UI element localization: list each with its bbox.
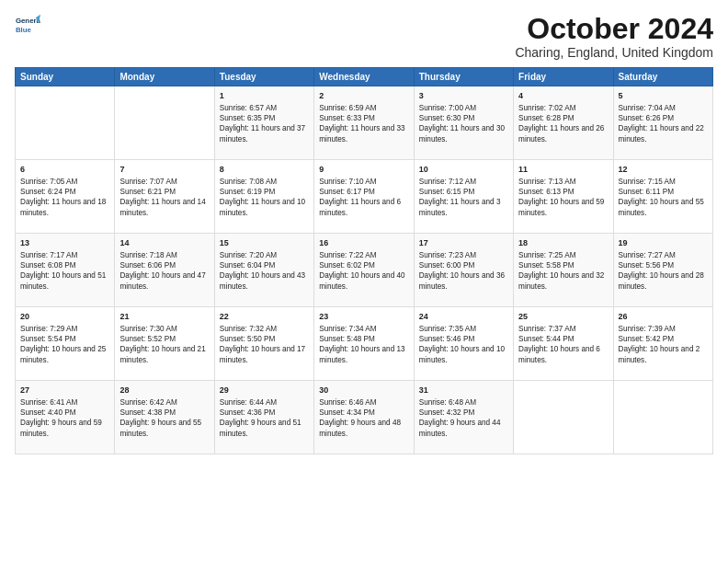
calendar-cell: 30Sunrise: 6:46 AMSunset: 4:34 PMDayligh… xyxy=(314,381,414,454)
sunset: Sunset: 6:15 PM xyxy=(419,188,475,196)
sunset: Sunset: 6:19 PM xyxy=(220,188,276,196)
day-number: 27 xyxy=(20,385,109,396)
sunrise: Sunrise: 7:18 AM xyxy=(119,251,176,259)
sunset: Sunset: 5:42 PM xyxy=(619,335,675,343)
logo-icon: General Blue xyxy=(15,13,40,39)
day-number: 9 xyxy=(319,164,408,175)
day-number: 18 xyxy=(518,237,608,248)
sunset: Sunset: 5:46 PM xyxy=(419,335,475,343)
calendar-cell: 23Sunrise: 7:34 AMSunset: 5:48 PMDayligh… xyxy=(314,307,414,381)
calendar-cell: 21Sunrise: 7:30 AMSunset: 5:52 PMDayligh… xyxy=(115,307,214,381)
sunrise: Sunrise: 7:20 AM xyxy=(220,251,277,259)
daylight: Daylight: 10 hours and 10 minutes. xyxy=(419,345,505,363)
day-number: 10 xyxy=(419,164,508,175)
sunset: Sunset: 6:24 PM xyxy=(20,188,76,196)
calendar-cell: 16Sunrise: 7:22 AMSunset: 6:02 PMDayligh… xyxy=(314,234,414,307)
daylight: Daylight: 9 hours and 55 minutes. xyxy=(119,419,201,437)
daylight: Daylight: 10 hours and 17 minutes. xyxy=(220,345,305,363)
day-number: 12 xyxy=(619,164,708,175)
header: General Blue October 2024 Charing, Engla… xyxy=(15,13,713,60)
day-number: 8 xyxy=(220,164,309,175)
calendar-cell: 15Sunrise: 7:20 AMSunset: 6:04 PMDayligh… xyxy=(214,234,313,307)
day-number: 29 xyxy=(220,385,309,396)
sunrise: Sunrise: 6:44 AM xyxy=(220,398,277,407)
day-number: 1 xyxy=(220,90,309,101)
week-row-2: 6Sunrise: 7:05 AMSunset: 6:24 PMDaylight… xyxy=(16,160,713,234)
col-saturday: Saturday xyxy=(613,68,712,86)
logo: General Blue xyxy=(15,13,40,39)
calendar-cell: 20Sunrise: 7:29 AMSunset: 5:54 PMDayligh… xyxy=(16,307,115,381)
sunset: Sunset: 6:35 PM xyxy=(220,114,276,122)
week-row-5: 27Sunrise: 6:41 AMSunset: 4:40 PMDayligh… xyxy=(16,381,713,454)
sunset: Sunset: 5:48 PM xyxy=(319,335,375,343)
sunrise: Sunrise: 6:48 AM xyxy=(419,398,476,407)
daylight: Daylight: 10 hours and 6 minutes. xyxy=(518,345,600,363)
calendar-cell xyxy=(16,86,115,160)
sunrise: Sunrise: 6:57 AM xyxy=(220,104,277,112)
daylight: Daylight: 9 hours and 51 minutes. xyxy=(220,419,301,437)
calendar-table: Sunday Monday Tuesday Wednesday Thursday… xyxy=(15,67,713,454)
day-number: 30 xyxy=(319,385,408,396)
calendar-cell: 22Sunrise: 7:32 AMSunset: 5:50 PMDayligh… xyxy=(214,307,313,381)
week-row-3: 13Sunrise: 7:17 AMSunset: 6:08 PMDayligh… xyxy=(16,234,713,307)
day-number: 7 xyxy=(119,164,209,175)
daylight: Daylight: 10 hours and 21 minutes. xyxy=(119,345,205,363)
calendar-cell: 19Sunrise: 7:27 AMSunset: 5:56 PMDayligh… xyxy=(613,234,712,307)
daylight: Daylight: 9 hours and 44 minutes. xyxy=(419,419,501,437)
day-number: 17 xyxy=(419,237,508,248)
day-number: 6 xyxy=(20,164,109,175)
sunrise: Sunrise: 6:59 AM xyxy=(319,104,376,112)
calendar-cell: 9Sunrise: 7:10 AMSunset: 6:17 PMDaylight… xyxy=(314,160,414,234)
sunset: Sunset: 6:17 PM xyxy=(319,188,375,196)
calendar-cell: 14Sunrise: 7:18 AMSunset: 6:06 PMDayligh… xyxy=(115,234,214,307)
sunset: Sunset: 5:58 PM xyxy=(518,261,574,270)
daylight: Daylight: 10 hours and 59 minutes. xyxy=(518,198,604,216)
day-number: 22 xyxy=(220,311,309,322)
daylight: Daylight: 11 hours and 10 minutes. xyxy=(220,198,305,216)
sunrise: Sunrise: 6:46 AM xyxy=(319,398,376,407)
sunrise: Sunrise: 7:39 AM xyxy=(619,325,676,333)
sunrise: Sunrise: 7:12 AM xyxy=(419,178,476,186)
daylight: Daylight: 10 hours and 47 minutes. xyxy=(119,271,205,290)
sunrise: Sunrise: 7:32 AM xyxy=(220,325,277,333)
calendar-cell: 8Sunrise: 7:08 AMSunset: 6:19 PMDaylight… xyxy=(214,160,313,234)
daylight: Daylight: 11 hours and 37 minutes. xyxy=(220,124,305,143)
sunrise: Sunrise: 7:35 AM xyxy=(419,325,476,333)
title-section: October 2024 Charing, England, United Ki… xyxy=(515,13,713,60)
daylight: Daylight: 10 hours and 28 minutes. xyxy=(619,271,704,290)
calendar-cell: 29Sunrise: 6:44 AMSunset: 4:36 PMDayligh… xyxy=(214,381,313,454)
calendar-cell: 28Sunrise: 6:42 AMSunset: 4:38 PMDayligh… xyxy=(115,381,214,454)
sunset: Sunset: 6:26 PM xyxy=(619,114,675,122)
sunrise: Sunrise: 6:42 AM xyxy=(119,398,176,407)
sunrise: Sunrise: 7:17 AM xyxy=(20,251,77,259)
col-monday: Monday xyxy=(115,68,214,86)
sunset: Sunset: 5:54 PM xyxy=(20,335,76,343)
sunrise: Sunrise: 7:37 AM xyxy=(518,325,575,333)
calendar-cell: 1Sunrise: 6:57 AMSunset: 6:35 PMDaylight… xyxy=(214,86,313,160)
day-number: 15 xyxy=(220,237,309,248)
daylight: Daylight: 10 hours and 36 minutes. xyxy=(419,271,505,290)
week-row-4: 20Sunrise: 7:29 AMSunset: 5:54 PMDayligh… xyxy=(16,307,713,381)
page: General Blue October 2024 Charing, Engla… xyxy=(0,0,728,563)
calendar-cell: 4Sunrise: 7:02 AMSunset: 6:28 PMDaylight… xyxy=(514,86,613,160)
sunset: Sunset: 5:56 PM xyxy=(619,261,675,270)
calendar-cell: 26Sunrise: 7:39 AMSunset: 5:42 PMDayligh… xyxy=(613,307,712,381)
calendar-cell: 24Sunrise: 7:35 AMSunset: 5:46 PMDayligh… xyxy=(414,307,513,381)
daylight: Daylight: 11 hours and 30 minutes. xyxy=(419,124,505,143)
sunrise: Sunrise: 7:05 AM xyxy=(20,178,77,186)
calendar-cell xyxy=(115,86,214,160)
daylight: Daylight: 10 hours and 32 minutes. xyxy=(518,271,604,290)
calendar-cell: 13Sunrise: 7:17 AMSunset: 6:08 PMDayligh… xyxy=(16,234,115,307)
calendar-cell: 7Sunrise: 7:07 AMSunset: 6:21 PMDaylight… xyxy=(115,160,214,234)
sunset: Sunset: 4:34 PM xyxy=(319,408,375,417)
sunset: Sunset: 5:50 PM xyxy=(220,335,276,343)
sunset: Sunset: 4:40 PM xyxy=(20,408,76,417)
day-number: 31 xyxy=(419,385,508,396)
calendar-cell: 27Sunrise: 6:41 AMSunset: 4:40 PMDayligh… xyxy=(16,381,115,454)
sunset: Sunset: 6:28 PM xyxy=(518,114,574,122)
sunset: Sunset: 6:04 PM xyxy=(220,261,276,270)
day-number: 5 xyxy=(619,90,708,101)
day-number: 28 xyxy=(119,385,209,396)
sunset: Sunset: 6:08 PM xyxy=(20,261,76,270)
daylight: Daylight: 11 hours and 14 minutes. xyxy=(119,198,205,216)
